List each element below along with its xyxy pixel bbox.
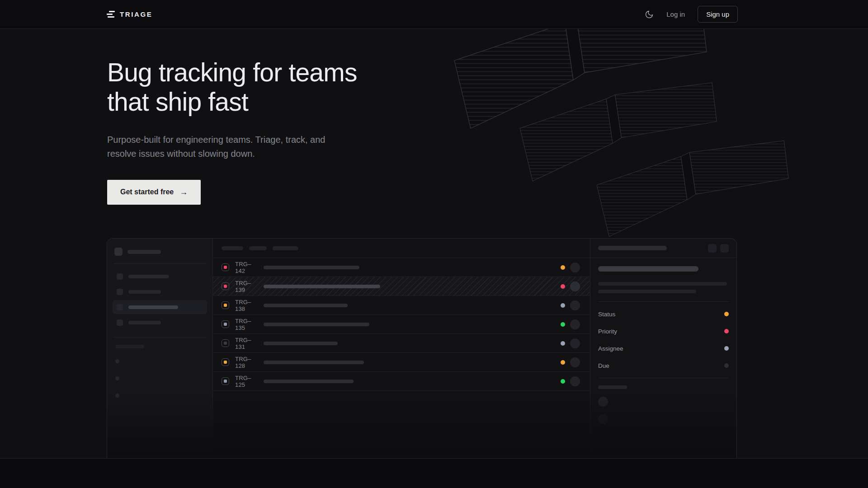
priority-icon: [222, 263, 229, 271]
issue-id: TRG–142: [235, 261, 259, 274]
issue-row[interactable]: TRG–135: [213, 315, 590, 334]
hero-subtitle: Purpose-built for engineering teams. Tri…: [107, 133, 357, 161]
property-row[interactable]: Due: [598, 357, 729, 374]
priority-icon: [222, 377, 229, 385]
property-row[interactable]: Status: [598, 305, 729, 323]
property-row[interactable]: Priority: [598, 323, 729, 340]
topbar: TRIAGE Log in Sign up: [0, 0, 868, 29]
sidebar-dot-placeholder: [115, 394, 119, 398]
sidebar-divider: [113, 263, 206, 264]
panel-properties: Status Priority Assignee Due: [598, 305, 729, 374]
signup-button[interactable]: Sign up: [698, 6, 738, 23]
sidebar-nav: [114, 269, 205, 329]
priority-icon: [222, 358, 229, 366]
priority-icon: [222, 320, 229, 328]
filter-pill[interactable]: [222, 246, 243, 250]
issue-row[interactable]: TRG–142: [213, 258, 590, 277]
hero-subtitle-line1: Purpose-built for engineering teams. Tri…: [107, 135, 325, 145]
property-row[interactable]: Assignee: [598, 340, 729, 357]
property-value-dot: [724, 329, 729, 333]
hero-copy: Bug tracking for teams that ship fast Pu…: [107, 58, 357, 205]
sidebar-item[interactable]: [113, 315, 207, 329]
hero-subtitle-line2: resolve issues without slowing down.: [107, 149, 255, 159]
hero-title-line2: that ship fast: [107, 87, 248, 116]
property-label: Status: [598, 311, 615, 318]
triage-logo-icon: [107, 11, 115, 18]
footer-band: [0, 458, 868, 488]
assignee-avatar: [570, 300, 580, 310]
panel-action-button[interactable]: [720, 244, 729, 253]
mock-sidebar: [107, 239, 213, 458]
sidebar-item[interactable]: [113, 269, 207, 283]
priority-icon: [222, 339, 229, 347]
issue-title-bar-placeholder: [264, 361, 364, 364]
get-started-button[interactable]: Get started free →: [107, 180, 201, 205]
arrow-right-icon: →: [179, 188, 188, 197]
sidebar-item-label-placeholder: [128, 290, 161, 294]
property-label: Priority: [598, 328, 617, 335]
issue-title-bar-placeholder: [264, 304, 348, 307]
issue-title-bar-placeholder: [264, 380, 354, 383]
sidebar-item-icon: [117, 289, 123, 295]
sidebar-dot-placeholder: [115, 376, 119, 380]
workspace-icon: [114, 248, 123, 256]
issue-id: TRG–135: [235, 318, 259, 331]
wireframe-decoration: [448, 29, 805, 241]
hero-section: Bug tracking for teams that ship fast Pu…: [0, 29, 868, 458]
issue-id: TRG–139: [235, 280, 259, 293]
sidebar-item[interactable]: [113, 285, 207, 299]
issue-row[interactable]: TRG–128: [213, 353, 590, 372]
moon-icon: [645, 10, 654, 19]
sidebar-item-icon: [117, 304, 123, 310]
brand-name: TRIAGE: [120, 10, 152, 18]
issue-row[interactable]: TRG–125: [213, 372, 590, 391]
property-label: Assignee: [598, 345, 623, 352]
theme-toggle-button[interactable]: [645, 10, 654, 19]
panel-action-button[interactable]: [708, 244, 717, 253]
panel-divider: [598, 378, 729, 378]
status-dot: [561, 379, 565, 384]
assignee-avatar: [570, 319, 580, 329]
panel-body: Status Priority Assignee Due: [590, 258, 736, 424]
issue-id: TRG–138: [235, 299, 259, 312]
panel-actions: [708, 244, 729, 253]
sidebar-item[interactable]: [113, 300, 207, 314]
sidebar-item-label-placeholder: [128, 305, 178, 309]
issue-title-bar-placeholder: [264, 285, 380, 288]
issue-row[interactable]: TRG–139: [213, 277, 590, 296]
sidebar-dot-placeholder: [115, 359, 119, 363]
sidebar-item-label-placeholder: [128, 321, 161, 324]
comment-avatar: [598, 397, 608, 407]
sidebar-item-label-placeholder: [128, 275, 169, 278]
list-toolbar: [213, 239, 590, 258]
issue-row[interactable]: TRG–131: [213, 334, 590, 353]
assignee-avatar: [570, 357, 580, 367]
app-preview-window: TRG–142 TRG–139 TRG–138 TRG–135 TRG–131: [107, 238, 737, 458]
login-link[interactable]: Log in: [666, 10, 685, 18]
property-value-dot: [724, 312, 729, 316]
topbar-inner: TRIAGE Log in Sign up: [107, 0, 738, 28]
sidebar-item-icon: [117, 273, 123, 280]
panel-divider: [598, 301, 729, 302]
sidebar-section-label-placeholder: [115, 345, 144, 348]
issue-id: TRG–125: [235, 375, 259, 388]
assignee-avatar: [570, 263, 580, 272]
filter-pill[interactable]: [249, 246, 267, 250]
workspace-name-placeholder: [127, 250, 161, 254]
status-dot: [561, 265, 565, 270]
panel-header: [590, 239, 736, 258]
workspace-switcher[interactable]: [114, 248, 205, 256]
get-started-label: Get started free: [120, 188, 174, 196]
filter-pill[interactable]: [273, 246, 298, 250]
issue-list-pane: TRG–142 TRG–139 TRG–138 TRG–135 TRG–131: [213, 239, 590, 458]
assignee-avatar: [570, 338, 580, 348]
issue-row[interactable]: TRG–138: [213, 296, 590, 315]
property-value-dot: [724, 363, 729, 368]
comments-section-label-placeholder: [598, 385, 627, 389]
topbar-actions: Log in Sign up: [645, 6, 738, 23]
issue-detail-panel: Status Priority Assignee Due: [590, 239, 736, 458]
assignee-avatar: [570, 376, 580, 386]
issue-title-placeholder: [598, 266, 698, 272]
property-value-dot: [724, 346, 729, 351]
issue-id: TRG–128: [235, 356, 259, 369]
